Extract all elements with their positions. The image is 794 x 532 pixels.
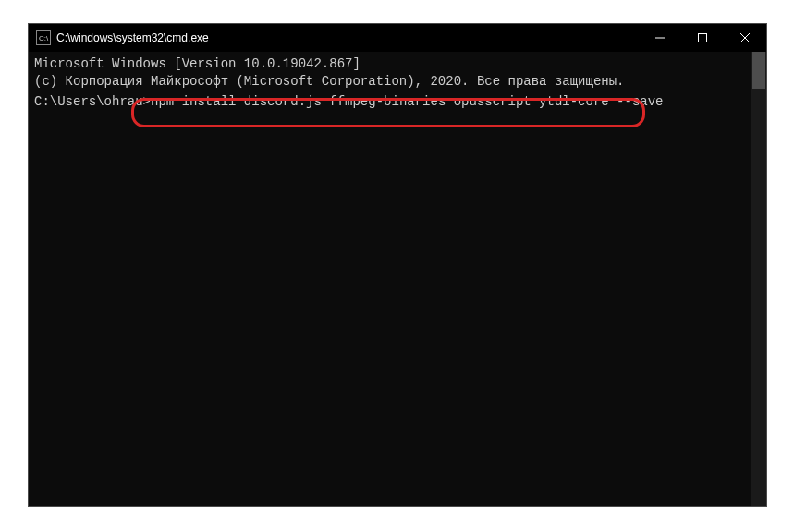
titlebar[interactable]: C:\ C:\windows\system32\cmd.exe [29,24,766,52]
close-button[interactable] [724,24,766,52]
terminal-output-line: Microsoft Windows [Version 10.0.19042.86… [34,55,761,73]
maximize-button[interactable] [681,24,724,52]
cmd-icon: C:\ [36,30,51,45]
maximize-icon [698,33,707,42]
cmd-icon-label: C:\ [39,34,48,42]
terminal-output-line: (c) Корпорация Майкрософт (Microsoft Cor… [34,73,761,91]
window-controls [639,24,766,52]
window-title: C:\windows\system32\cmd.exe [56,31,639,44]
minimize-button[interactable] [639,24,681,52]
terminal-body[interactable]: Microsoft Windows [Version 10.0.19042.86… [29,52,766,506]
cmd-window: C:\ C:\windows\system32\cmd.exe [28,23,767,507]
terminal-prompt-line: C:\Users\ohrau>npm install discord.js ff… [34,92,761,111]
svg-rect-1 [699,34,707,42]
prompt-text: C:\Users\ohrau> [34,94,151,109]
close-icon [740,33,750,42]
scrollbar-thumb[interactable] [752,52,765,89]
scrollbar[interactable] [751,52,766,506]
cursor [664,92,671,105]
minimize-icon [655,33,665,42]
command-text: npm install discord.js ffmpeg-binaries o… [151,94,664,109]
